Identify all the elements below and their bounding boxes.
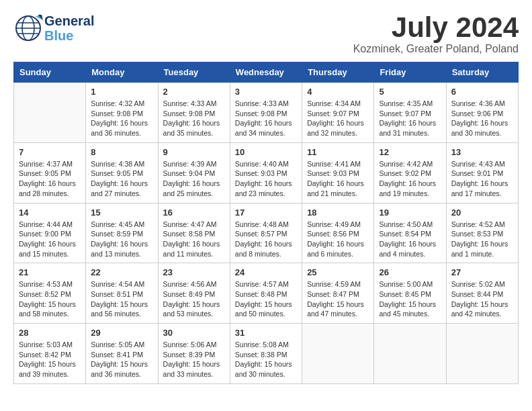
day-number: 23 — [163, 267, 225, 277]
month-year-title: July 2024 — [353, 13, 519, 42]
calendar-week-row: 28Sunrise: 5:03 AMSunset: 8:42 PMDayligh… — [14, 324, 519, 384]
day-number: 22 — [91, 267, 152, 277]
calendar-week-row: 7Sunrise: 4:37 AMSunset: 9:05 PMDaylight… — [14, 142, 519, 203]
calendar-cell: 22Sunrise: 4:54 AMSunset: 8:51 PMDayligh… — [86, 263, 158, 324]
day-info: Sunrise: 5:08 AMSunset: 8:38 PMDaylight:… — [235, 340, 297, 379]
day-number: 12 — [379, 147, 441, 157]
day-number: 19 — [379, 208, 441, 218]
day-info: Sunrise: 4:44 AMSunset: 9:00 PMDaylight:… — [19, 220, 81, 259]
calendar-cell: 18Sunrise: 4:49 AMSunset: 8:56 PMDayligh… — [302, 203, 374, 263]
calendar-cell: 12Sunrise: 4:42 AMSunset: 9:02 PMDayligh… — [374, 142, 446, 203]
day-info: Sunrise: 4:33 AMSunset: 9:08 PMDaylight:… — [163, 99, 225, 138]
day-info: Sunrise: 4:36 AMSunset: 9:06 PMDaylight:… — [451, 99, 513, 138]
calendar-cell: 27Sunrise: 5:02 AMSunset: 8:44 PMDayligh… — [446, 263, 518, 324]
calendar-weekday-tuesday: Tuesday — [158, 62, 230, 83]
calendar-cell: 19Sunrise: 4:50 AMSunset: 8:54 PMDayligh… — [374, 203, 446, 263]
calendar-cell: 6Sunrise: 4:36 AMSunset: 9:06 PMDaylight… — [446, 83, 518, 143]
day-info: Sunrise: 4:38 AMSunset: 9:05 PMDaylight:… — [91, 159, 152, 199]
logo-blue: Blue — [44, 28, 94, 43]
calendar-cell: 26Sunrise: 5:00 AMSunset: 8:45 PMDayligh… — [374, 263, 446, 324]
calendar-cell: 1Sunrise: 4:32 AMSunset: 9:08 PMDaylight… — [86, 83, 158, 143]
day-info: Sunrise: 4:43 AMSunset: 9:01 PMDaylight:… — [451, 159, 513, 199]
calendar-cell: 7Sunrise: 4:37 AMSunset: 9:05 PMDaylight… — [14, 142, 86, 203]
day-info: Sunrise: 4:48 AMSunset: 8:57 PMDaylight:… — [235, 220, 297, 259]
calendar-cell: 9Sunrise: 4:39 AMSunset: 9:04 PMDaylight… — [158, 142, 230, 203]
calendar-cell: 13Sunrise: 4:43 AMSunset: 9:01 PMDayligh… — [446, 142, 518, 203]
calendar-cell: 5Sunrise: 4:35 AMSunset: 9:07 PMDaylight… — [374, 83, 446, 143]
day-number: 5 — [379, 87, 441, 97]
calendar-cell: 3Sunrise: 4:33 AMSunset: 9:08 PMDaylight… — [230, 83, 302, 143]
day-number: 28 — [19, 328, 81, 338]
day-number: 9 — [163, 147, 225, 157]
day-number: 24 — [235, 267, 297, 277]
day-number: 2 — [163, 87, 225, 97]
day-number: 1 — [91, 87, 152, 97]
day-number: 3 — [235, 87, 297, 97]
calendar-table: SundayMondayTuesdayWednesdayThursdayFrid… — [13, 62, 519, 384]
day-info: Sunrise: 4:59 AMSunset: 8:47 PMDaylight:… — [307, 279, 369, 319]
day-info: Sunrise: 4:50 AMSunset: 8:54 PMDaylight:… — [379, 220, 441, 259]
day-info: Sunrise: 4:41 AMSunset: 9:03 PMDaylight:… — [307, 159, 369, 199]
day-info: Sunrise: 4:56 AMSunset: 8:49 PMDaylight:… — [163, 279, 225, 319]
calendar-week-row: 14Sunrise: 4:44 AMSunset: 9:00 PMDayligh… — [14, 203, 519, 263]
day-number: 31 — [235, 328, 297, 338]
day-number: 7 — [19, 147, 81, 157]
day-number: 8 — [91, 147, 152, 157]
location-subtitle: Kozminek, Greater Poland, Poland — [353, 43, 519, 55]
day-info: Sunrise: 4:54 AMSunset: 8:51 PMDaylight:… — [91, 279, 152, 319]
logo-globe-icon — [13, 13, 43, 43]
day-number: 27 — [451, 267, 513, 277]
day-info: Sunrise: 4:42 AMSunset: 9:02 PMDaylight:… — [379, 159, 441, 199]
calendar-weekday-sunday: Sunday — [14, 62, 86, 83]
calendar-weekday-friday: Friday — [374, 62, 446, 83]
calendar-cell: 20Sunrise: 4:52 AMSunset: 8:53 PMDayligh… — [446, 203, 518, 263]
calendar-weekday-monday: Monday — [86, 62, 158, 83]
calendar-weekday-thursday: Thursday — [302, 62, 374, 83]
day-number: 13 — [451, 147, 513, 157]
day-number: 11 — [307, 147, 369, 157]
day-info: Sunrise: 4:53 AMSunset: 8:52 PMDaylight:… — [19, 279, 81, 319]
day-info: Sunrise: 4:40 AMSunset: 9:03 PMDaylight:… — [235, 159, 297, 199]
day-info: Sunrise: 5:06 AMSunset: 8:39 PMDaylight:… — [163, 340, 225, 379]
calendar-week-row: 1Sunrise: 4:32 AMSunset: 9:08 PMDaylight… — [14, 83, 519, 143]
calendar-header-row: SundayMondayTuesdayWednesdayThursdayFrid… — [14, 62, 519, 83]
calendar-cell: 10Sunrise: 4:40 AMSunset: 9:03 PMDayligh… — [230, 142, 302, 203]
day-info: Sunrise: 5:03 AMSunset: 8:42 PMDaylight:… — [19, 340, 81, 379]
calendar-weekday-saturday: Saturday — [446, 62, 518, 83]
day-number: 6 — [451, 87, 513, 97]
day-info: Sunrise: 4:39 AMSunset: 9:04 PMDaylight:… — [163, 159, 225, 199]
day-number: 30 — [163, 328, 225, 338]
calendar-cell: 11Sunrise: 4:41 AMSunset: 9:03 PMDayligh… — [302, 142, 374, 203]
day-info: Sunrise: 4:47 AMSunset: 8:58 PMDaylight:… — [163, 220, 225, 259]
calendar-cell: 23Sunrise: 4:56 AMSunset: 8:49 PMDayligh… — [158, 263, 230, 324]
calendar-cell: 14Sunrise: 4:44 AMSunset: 9:00 PMDayligh… — [14, 203, 86, 263]
header: General Blue July 2024 Kozminek, Greater… — [13, 13, 519, 55]
calendar-cell — [374, 324, 446, 384]
day-number: 21 — [19, 267, 81, 277]
calendar-cell: 4Sunrise: 4:34 AMSunset: 9:07 PMDaylight… — [302, 83, 374, 143]
logo-general: General — [44, 13, 94, 28]
calendar-weekday-wednesday: Wednesday — [230, 62, 302, 83]
calendar-week-row: 21Sunrise: 4:53 AMSunset: 8:52 PMDayligh… — [14, 263, 519, 324]
day-number: 4 — [307, 87, 369, 97]
day-number: 18 — [307, 208, 369, 218]
day-info: Sunrise: 5:02 AMSunset: 8:44 PMDaylight:… — [451, 279, 513, 319]
day-number: 17 — [235, 208, 297, 218]
calendar-cell: 2Sunrise: 4:33 AMSunset: 9:08 PMDaylight… — [158, 83, 230, 143]
calendar-cell — [302, 324, 374, 384]
day-number: 10 — [235, 147, 297, 157]
day-info: Sunrise: 4:34 AMSunset: 9:07 PMDaylight:… — [307, 99, 369, 138]
day-info: Sunrise: 5:00 AMSunset: 8:45 PMDaylight:… — [379, 279, 441, 319]
day-info: Sunrise: 4:33 AMSunset: 9:08 PMDaylight:… — [235, 99, 297, 138]
calendar-cell: 24Sunrise: 4:57 AMSunset: 8:48 PMDayligh… — [230, 263, 302, 324]
calendar-cell: 17Sunrise: 4:48 AMSunset: 8:57 PMDayligh… — [230, 203, 302, 263]
calendar-cell: 16Sunrise: 4:47 AMSunset: 8:58 PMDayligh… — [158, 203, 230, 263]
day-number: 29 — [91, 328, 152, 338]
day-info: Sunrise: 4:52 AMSunset: 8:53 PMDaylight:… — [451, 220, 513, 259]
day-info: Sunrise: 4:57 AMSunset: 8:48 PMDaylight:… — [235, 279, 297, 319]
calendar-cell: 15Sunrise: 4:45 AMSunset: 8:59 PMDayligh… — [86, 203, 158, 263]
calendar-cell — [446, 324, 518, 384]
page: General Blue July 2024 Kozminek, Greater… — [0, 0, 532, 391]
calendar-cell: 25Sunrise: 4:59 AMSunset: 8:47 PMDayligh… — [302, 263, 374, 324]
calendar-cell: 31Sunrise: 5:08 AMSunset: 8:38 PMDayligh… — [230, 324, 302, 384]
